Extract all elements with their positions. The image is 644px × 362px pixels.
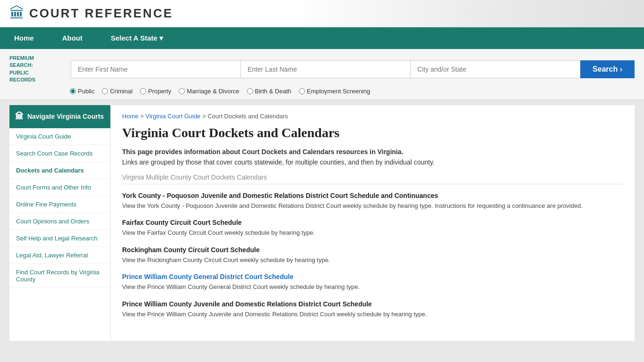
sidebar: 🏛 Navigate Virginia Courts Virginia Cour… (9, 105, 111, 341)
last-name-input[interactable] (241, 60, 411, 78)
sidebar-item-court-forms[interactable]: Court Forms and Other Info (9, 179, 110, 196)
radio-marriage[interactable]: Marriage & Divorce (179, 88, 239, 95)
main-content: Home > Virginia Court Guide > Court Dock… (111, 105, 635, 341)
court-entry-2: Fairfax County Circuit Court Schedule Vi… (122, 219, 623, 238)
radio-criminal[interactable]: Criminal (102, 88, 132, 95)
sidebar-header: 🏛 Navigate Virginia Courts (9, 105, 110, 128)
search-label: PREMIUM SEARCH: PUBLIC RECORDS (9, 55, 71, 84)
sidebar-item-search-court-records[interactable]: Search Court Case Records (9, 145, 110, 162)
city-input[interactable] (411, 60, 580, 78)
logo-icon: 🏛 (9, 5, 25, 22)
radio-public[interactable]: Public (70, 88, 94, 95)
court-link-4[interactable]: Prince William County General District C… (122, 273, 293, 280)
main-nav: Home About Select A State ▾ (0, 27, 644, 49)
logo-text: COURT REFERENCE (29, 6, 173, 21)
court-desc-3: View the Rockingham County Circuit Court… (122, 255, 623, 265)
sidebar-item-self-help[interactable]: Self Help and Legal Research (9, 230, 110, 247)
intro-bold: This page provides information about Cou… (122, 148, 623, 156)
breadcrumb-virginia[interactable]: Virginia Court Guide (146, 113, 201, 120)
sidebar-court-icon: 🏛 (15, 112, 24, 122)
court-desc-2: View the Fairfax County Circuit Court we… (122, 228, 623, 238)
court-title-3: Rockingham County Circuit Court Schedule (122, 246, 623, 254)
sidebar-item-virginia-court-guide[interactable]: Virginia Court Guide (9, 128, 110, 145)
search-radio-group: Public Criminal Property Marriage & Divo… (0, 86, 644, 99)
sidebar-item-court-opinions[interactable]: Court Opinions and Orders (9, 213, 110, 230)
breadcrumb-current: Court Dockets and Calendars (207, 113, 288, 120)
search-bar: PREMIUM SEARCH: PUBLIC RECORDS Search › … (0, 49, 644, 100)
search-button[interactable]: Search › (580, 60, 635, 78)
sidebar-item-dockets-calendars[interactable]: Dockets and Calendars (9, 162, 110, 179)
radio-employment[interactable]: Employment Screening (299, 88, 370, 95)
court-title-5: Prince William County Juvenile and Domes… (122, 300, 623, 308)
court-title-1: York County - Poquoson Juvenile and Dome… (122, 192, 623, 199)
intro-text: Links are grouped by those that cover co… (122, 158, 623, 166)
court-entry-3: Rockingham County Circuit Court Schedule… (122, 246, 623, 265)
section-header: Virginia Multiple County Court Dockets C… (122, 173, 623, 184)
court-entry-5: Prince William County Juvenile and Domes… (122, 300, 623, 319)
breadcrumb: Home > Virginia Court Guide > Court Dock… (122, 113, 623, 120)
sidebar-nav: Virginia Court Guide Search Court Case R… (9, 128, 110, 288)
court-entry-1: York County - Poquoson Juvenile and Dome… (122, 192, 623, 211)
radio-birth[interactable]: Birth & Death (247, 88, 291, 95)
logo[interactable]: 🏛 COURT REFERENCE (9, 5, 173, 22)
court-entry-4: Prince William County General District C… (122, 273, 623, 292)
page-title: Virginia Court Dockets and Calendars (122, 125, 623, 140)
sidebar-item-find-records[interactable]: Find Court Records by Virginia County (9, 264, 110, 288)
first-name-input[interactable] (71, 60, 241, 78)
nav-item-home[interactable]: Home (0, 27, 48, 49)
nav-item-state[interactable]: Select A State ▾ (97, 27, 177, 49)
court-desc-4: View the Prince William County General D… (122, 282, 623, 292)
court-desc-5: View the Prince William County Juvenile … (122, 310, 623, 319)
court-desc-1: View the York County - Poquoson Juvenile… (122, 201, 623, 211)
sidebar-item-online-payments[interactable]: Online Fine Payments (9, 196, 110, 213)
court-title-2: Fairfax County Circuit Court Schedule (122, 219, 623, 226)
radio-property[interactable]: Property (140, 88, 171, 95)
sidebar-item-legal-aid[interactable]: Legal Aid, Lawyer Referral (9, 247, 110, 264)
breadcrumb-home[interactable]: Home (122, 113, 139, 120)
nav-item-about[interactable]: About (48, 27, 97, 49)
